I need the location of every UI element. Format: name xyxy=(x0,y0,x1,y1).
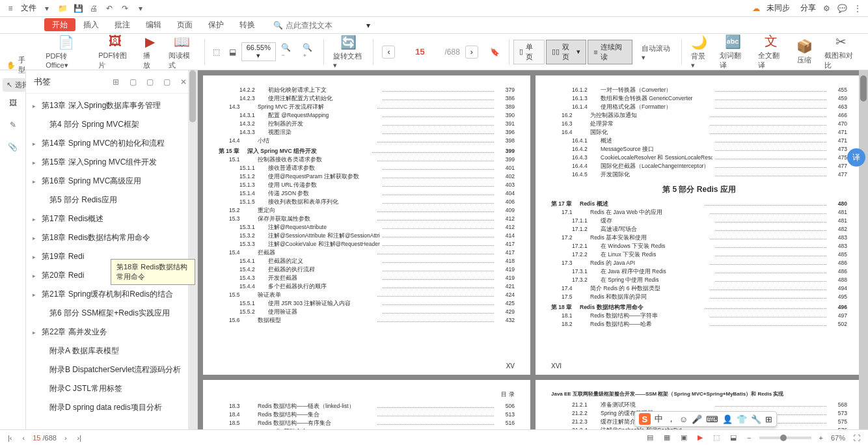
zoom-in-status-icon[interactable]: + xyxy=(817,434,826,442)
zoom-level[interactable]: 66.55% ▾ xyxy=(241,42,276,61)
fit-width-icon[interactable]: ⬓ xyxy=(225,47,240,57)
bookmark-item[interactable]: ▸第14章 Spring MVC的初始化和流程 xyxy=(26,134,197,153)
bookmark-item[interactable]: ▸第22章 高并发业务 xyxy=(26,323,197,342)
continuous-button[interactable]: ≡连续阅读 xyxy=(588,40,632,64)
settings-icon[interactable]: ⚙ xyxy=(821,3,832,14)
fit-page-icon[interactable]: ⬚ xyxy=(209,47,224,57)
double-page-button[interactable]: ▯▯双页▾ xyxy=(546,40,587,64)
compress-button[interactable]: 📦压缩 xyxy=(791,37,818,66)
fullscreen-icon[interactable]: ⛶ xyxy=(850,434,863,442)
menu-tab-6[interactable]: 转换 xyxy=(232,18,263,31)
undo-icon[interactable]: ↶ xyxy=(104,3,115,14)
search-dropdown-icon[interactable]: ▾ xyxy=(366,21,370,30)
bookmark-item[interactable]: ▸第15章 深入Spring MVC组件开发 xyxy=(26,153,197,172)
next-page-button[interactable]: › xyxy=(465,46,478,59)
search-input[interactable] xyxy=(286,21,364,30)
view-mode4-icon[interactable]: ▶ xyxy=(695,433,705,442)
search-icon[interactable]: 🔍 xyxy=(273,21,283,30)
toc-line: 15.1.3使用 URL 传递参数403 xyxy=(219,182,515,189)
bookmark-item[interactable]: 附录B DispatcherServlet流程源码分析 xyxy=(26,360,197,379)
bookmark-item[interactable]: 附录C JSTL常用标签 xyxy=(26,379,197,398)
ime-tool-icon[interactable]: 🔧 xyxy=(751,414,761,424)
menu-icon[interactable]: ≡ xyxy=(5,3,16,14)
print-icon[interactable]: 🖨 xyxy=(88,3,99,14)
auto-scroll-button[interactable]: 自动滚动▾ xyxy=(636,41,677,63)
first-page-icon[interactable]: |‹ xyxy=(5,434,15,442)
zoom-in-icon[interactable]: 🔍⁺ xyxy=(299,43,319,61)
zoom-out-icon[interactable]: 🔍⁻ xyxy=(277,43,298,61)
ime-mic-icon[interactable]: 🎤 xyxy=(692,414,702,424)
open-icon[interactable]: 📁 xyxy=(57,3,68,14)
bookmark-item[interactable]: ▸第21章 Spring缓存机制和Redis的结合 xyxy=(26,285,197,304)
document-scrollbar[interactable] xyxy=(860,75,867,101)
cloud-icon[interactable]: ☁ xyxy=(751,3,761,14)
ime-keyboard-icon[interactable]: ⌨ xyxy=(706,414,718,424)
bookmark-item[interactable]: 附录D spring data redis项目分析 xyxy=(26,398,197,417)
attachment-icon[interactable]: 📎 xyxy=(5,139,21,155)
toc-line: 18.3Redis 数据结构——链表（linked-list）506 xyxy=(219,403,515,411)
thumbnail-icon[interactable]: 🖼 xyxy=(5,95,21,111)
zoom-slider[interactable] xyxy=(759,437,811,439)
background-button[interactable]: 🌙背景▾ xyxy=(686,33,713,71)
share-button[interactable]: 分享 xyxy=(800,3,816,14)
pdf-to-office-button[interactable]: 📄PDF转Office▾ xyxy=(40,33,92,71)
view-mode1-icon[interactable]: ▤ xyxy=(644,433,656,442)
zoom-percent[interactable]: 67% xyxy=(831,434,845,442)
word-translate-button[interactable]: 🔤划词翻译 xyxy=(714,33,752,72)
file-menu[interactable]: 文件 xyxy=(21,3,36,14)
add-bookmark-icon[interactable]: ⊞ xyxy=(110,76,122,88)
prev-page-icon[interactable]: ‹ xyxy=(20,434,28,442)
prev-page-button[interactable]: ‹ xyxy=(382,46,395,59)
dropdown-icon[interactable]: ▾ xyxy=(42,3,52,14)
bookmark-item[interactable]: 第4 部分 Spring MVC框架 xyxy=(26,115,197,134)
ime-settings-icon[interactable]: 👤 xyxy=(722,414,733,424)
play-button[interactable]: ▶播放 xyxy=(138,33,162,72)
bookmark-item[interactable]: ▸第16章 Spring MVC高级应用 xyxy=(26,172,197,191)
view-mode3-icon[interactable]: ▣ xyxy=(678,433,690,442)
last-page-icon[interactable]: ›| xyxy=(75,434,85,442)
toc-line: 15.5.2使用验证器429 xyxy=(219,308,515,316)
more-icon[interactable]: ▾ xyxy=(135,3,146,14)
zoom-out-status-icon[interactable]: − xyxy=(744,434,753,442)
save-icon[interactable]: 💾 xyxy=(73,3,83,14)
translate-float-icon[interactable]: 译 xyxy=(847,148,865,167)
redo-icon[interactable]: ↷ xyxy=(120,3,130,14)
bookmark-opt1-icon[interactable]: ▢ xyxy=(127,76,139,88)
ime-emoji-icon[interactable]: ☺ xyxy=(679,414,688,424)
menu-tab-4[interactable]: 页面 xyxy=(169,18,200,31)
status-page[interactable]: 15 /688 xyxy=(33,434,57,442)
more-vert-icon[interactable]: ⋮ xyxy=(852,3,863,14)
feedback-icon[interactable]: 💬 xyxy=(837,3,847,14)
ime-grid-icon[interactable]: ⊞ xyxy=(765,414,772,424)
toc-line: 18.5.1Redis 基础命令516 xyxy=(219,428,515,429)
bookmark-item[interactable]: 附录A 数据库表模型 xyxy=(26,342,197,360)
rotate-button[interactable]: 🔄旋转文档▾ xyxy=(328,33,369,71)
screenshot-button[interactable]: ✂截图和对比 xyxy=(819,33,863,72)
view-mode2-icon[interactable]: ▦ xyxy=(661,433,673,442)
bookmark-item[interactable]: ▸第18章 Redis数据结构常用命令 xyxy=(26,228,197,247)
menu-tab-3[interactable]: 编辑 xyxy=(138,18,169,31)
menu-tab-2[interactable]: 批注 xyxy=(107,18,138,31)
ime-skin-icon[interactable]: 👕 xyxy=(737,414,747,424)
view-mode6-icon[interactable]: ⬓ xyxy=(727,433,739,442)
pdf-to-image-button[interactable]: 🖼PDF转图片 xyxy=(93,33,137,72)
annotation-icon[interactable]: ✎ xyxy=(5,117,21,133)
menu-tab-5[interactable]: 保护 xyxy=(200,18,232,31)
ime-toolbar[interactable]: S 中， ☺ 🎤 ⌨ 👤 👕 🔧 ⊞ xyxy=(634,411,777,427)
next-page-icon[interactable]: › xyxy=(62,434,70,442)
menu-tab-0[interactable]: 开始 xyxy=(44,18,75,31)
bookmark-item[interactable]: 第5 部分 Redis应用 xyxy=(26,191,197,209)
view-mode5-icon[interactable]: ⬚ xyxy=(711,433,722,442)
single-page-button[interactable]: ▯单页 xyxy=(513,40,545,64)
bookmark-opt3-icon[interactable]: ▢ xyxy=(161,76,172,88)
bookmark-opt2-icon[interactable]: ▢ xyxy=(144,76,156,88)
bookmark-item[interactable]: ▸第13章 深入Spring数据库事务管理 xyxy=(26,96,197,115)
bookmark-item[interactable]: ▸第17章 Redis概述 xyxy=(26,209,197,228)
full-translate-button[interactable]: 文全文翻译 xyxy=(753,33,790,72)
page-input[interactable] xyxy=(400,47,439,57)
bookmark-nav-icon[interactable]: 🔖 xyxy=(485,47,505,57)
menu-tab-1[interactable]: 插入 xyxy=(75,18,107,31)
read-mode-button[interactable]: 📖阅读模式 xyxy=(163,33,200,72)
sync-status[interactable]: 未同步 xyxy=(766,3,790,14)
bookmark-item[interactable]: 第6 部分 SSM框架+Redis实践应用 xyxy=(26,304,197,323)
